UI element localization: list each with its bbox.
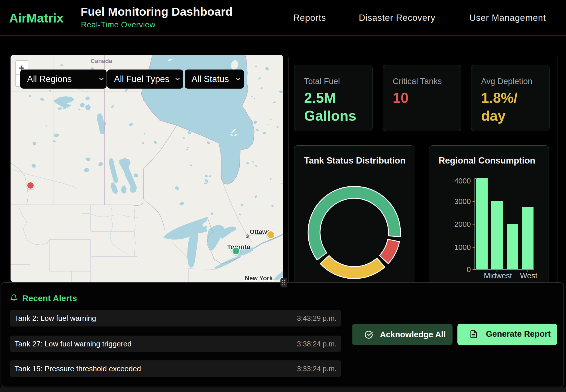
svg-text:Canada: Canada <box>91 58 112 64</box>
svg-text:0: 0 <box>467 265 471 274</box>
svg-text:2000: 2000 <box>454 220 471 228</box>
svg-text:West: West <box>520 271 538 280</box>
svg-text:3000: 3000 <box>454 197 471 206</box>
svg-text:Midwest: Midwest <box>484 271 512 280</box>
svg-text:1000: 1000 <box>454 243 471 252</box>
svg-text:New York: New York <box>245 275 273 282</box>
svg-text:4000: 4000 <box>454 177 471 185</box>
